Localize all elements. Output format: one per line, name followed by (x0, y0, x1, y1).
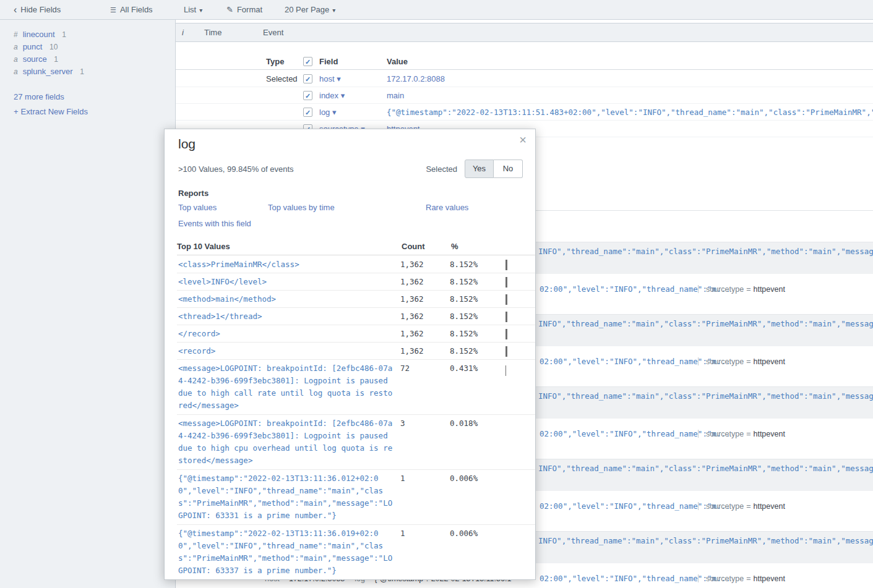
chevron-down-icon: ▾ (332, 1, 335, 20)
selected-yes-button[interactable]: Yes (465, 160, 494, 178)
list-view-label: List (184, 5, 196, 14)
top-value-link[interactable]: {"@timestamp":"2022-02-13T13:11:36.012+0… (177, 472, 400, 522)
detail-field-link[interactable]: host ▾ (319, 70, 341, 87)
field-detail-row: ✓ log ▾ {"@timestamp":"2022-02-13T13:11:… (176, 104, 873, 121)
detail-value[interactable]: {"@timestamp":"2022-02-13T13:11:51.483+0… (387, 104, 873, 121)
top-value-link[interactable]: <method>main</method> (177, 291, 400, 307)
sourcetype-label: sourcetype (706, 285, 744, 294)
check-icon: ✓ (305, 109, 311, 116)
field-table-header: Type ✓ Field Value (176, 53, 873, 70)
sidebar-field-link[interactable]: punct (23, 42, 43, 51)
top-value-count: 1,362 (400, 273, 450, 290)
event-raw-text: INFO","thread_name":"main","class":"Prim… (538, 245, 873, 258)
sourcetype-value[interactable]: httpevent (753, 357, 785, 366)
format-button[interactable]: ✎Format (226, 0, 262, 19)
list-lines-icon: ☰ (110, 1, 116, 20)
divider (698, 285, 699, 293)
top-value-link[interactable]: <message>LOGPOINT: breakpointId: [2efbc4… (177, 417, 400, 467)
check-icon: ✓ (305, 58, 311, 66)
time-column-header: Time (204, 23, 221, 41)
sourcetype-field: sourcetype=httpevent (698, 283, 785, 296)
sourcetype-field: sourcetype=httpevent (698, 500, 785, 513)
field-header: Field (319, 53, 338, 70)
field-value-count: 1 (54, 55, 58, 64)
equals-sign: = (746, 430, 750, 438)
selected-label: Selected (426, 164, 457, 174)
top-value-link[interactable]: <record> (177, 343, 400, 359)
field-value-count: 1 (62, 30, 66, 39)
sourcetype-label: sourcetype (706, 574, 744, 583)
sourcetype-value[interactable]: httpevent (753, 430, 785, 438)
sourcetype-value[interactable]: httpevent (753, 574, 785, 583)
sourcetype-value[interactable]: httpevent (753, 285, 785, 294)
toolbar: ‹Hide Fields ☰All Fields List▾ ✎Format 2… (0, 0, 873, 20)
top-value-link[interactable]: <thread>1</thread> (177, 308, 400, 325)
check-icon: ✓ (305, 92, 311, 100)
top-value-pct: 8.152% (450, 256, 505, 273)
divider (698, 357, 699, 365)
sidebar-field-link[interactable]: linecount (23, 30, 55, 39)
equals-sign: = (746, 502, 750, 511)
sourcetype-value[interactable]: httpevent (753, 502, 785, 511)
top-values-link[interactable]: Top values (178, 203, 217, 212)
top-value-link[interactable]: <class>PrimeMainMR</class> (177, 256, 400, 273)
top-value-count: 72 (400, 362, 450, 375)
extract-label: Extract New Fields (21, 107, 88, 116)
select-all-checkbox[interactable]: ✓ (303, 57, 312, 66)
fields-sidebar: # linecount 1 a punct 10 a source 1 a sp… (0, 20, 176, 588)
detail-field-link[interactable]: index ▾ (319, 87, 345, 104)
pct-bar-cell (505, 527, 535, 530)
top-value-count: 1,362 (400, 256, 450, 273)
sidebar-field-link[interactable]: splunk_server (23, 67, 73, 76)
close-icon[interactable]: × (519, 133, 527, 147)
more-fields-link[interactable]: 27 more fields (14, 92, 64, 101)
field-detail-row: Selected ✓ host ▾ 172.17.0.2:8088 (176, 70, 873, 87)
equals-sign: = (746, 357, 750, 366)
all-fields-label: All Fields (120, 5, 153, 14)
detail-field-link[interactable]: log ▾ (319, 104, 337, 121)
equals-sign: = (746, 574, 750, 583)
sidebar-field-link[interactable]: source (23, 54, 47, 64)
top-values-table-header: Top 10 Values Count % (177, 242, 535, 255)
per-page-label: 20 Per Page (285, 5, 329, 14)
list-view-dropdown[interactable]: List▾ (184, 0, 202, 19)
top-value-pct: 8.152% (450, 325, 505, 342)
field-checkbox[interactable]: ✓ (303, 108, 312, 117)
check-icon: ✓ (305, 75, 311, 83)
top-value-row: <thread>1</thread> 1,362 8.152% (177, 308, 535, 325)
field-value-count: 1 (80, 67, 84, 76)
top-value-pct: 8.152% (450, 291, 505, 307)
top-value-link[interactable]: <level>INFO</level> (177, 273, 400, 290)
event-raw-text: INFO","thread_name":"main","class":"Prim… (538, 462, 873, 475)
top-value-row: <message>LOGPOINT: breakpointId: [2efbc4… (177, 415, 535, 470)
sidebar-field-list: # linecount 1 a punct 10 a source 1 a sp… (0, 28, 175, 78)
field-checkbox[interactable]: ✓ (303, 91, 312, 100)
pct-bar (505, 346, 507, 357)
pct-bar-cell (505, 472, 535, 475)
selected-no-button[interactable]: No (494, 160, 523, 178)
top-value-count: 1,362 (400, 308, 450, 325)
extract-new-fields-link[interactable]: +Extract New Fields (14, 107, 88, 116)
splunk-events-screen: ‹Hide Fields ☰All Fields List▾ ✎Format 2… (0, 0, 873, 588)
event-raw-text: INFO","thread_name":"main","class":"Prim… (538, 535, 873, 547)
top-value-link[interactable]: </record> (177, 325, 400, 342)
top-value-row: </record> 1,362 8.152% (177, 325, 535, 343)
events-with-field-link[interactable]: Events with this field (178, 219, 251, 228)
sourcetype-label: sourcetype (706, 357, 744, 366)
detail-value[interactable]: main (387, 87, 873, 104)
detail-value[interactable]: 172.17.0.2:8088 (387, 70, 873, 87)
field-checkbox[interactable]: ✓ (303, 74, 312, 83)
rare-values-link[interactable]: Rare values (426, 203, 468, 212)
hide-fields-button[interactable]: ‹Hide Fields (14, 0, 61, 19)
all-fields-button[interactable]: ☰All Fields (110, 0, 153, 19)
top-value-row: {"@timestamp":"2022-02-13T13:11:36.012+0… (177, 470, 535, 525)
top-value-row: <message>LOGPOINT: breakpointId: [2efbc4… (177, 360, 535, 415)
pct-bar (505, 365, 506, 376)
per-page-dropdown[interactable]: 20 Per Page▾ (285, 0, 335, 19)
top-value-link[interactable]: {"@timestamp":"2022-02-13T13:11:36.019+0… (177, 527, 400, 577)
format-label: Format (237, 5, 262, 14)
event-raw-text: INFO","thread_name":"main","class":"Prim… (538, 318, 873, 330)
selected-toggle: Selected Yes No (426, 160, 523, 178)
top-value-link[interactable]: <message>LOGPOINT: breakpointId: [2efbc4… (177, 362, 400, 412)
top-values-by-time-link[interactable]: Top values by time (268, 203, 335, 212)
